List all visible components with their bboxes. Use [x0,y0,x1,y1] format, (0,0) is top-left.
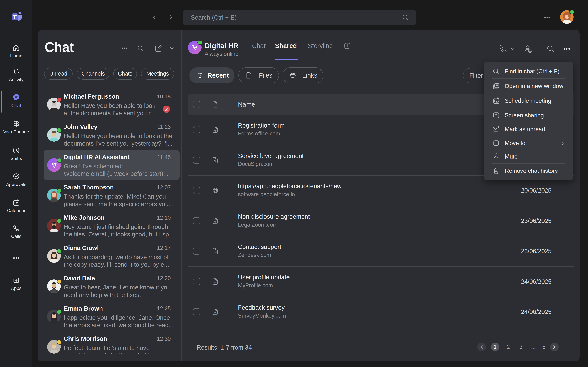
svg-text:W: W [214,160,216,162]
svg-text:PDF: PDF [214,282,217,284]
svg-text:PDF: PDF [214,130,217,132]
svg-text:W: W [214,221,216,223]
svg-text:PDF: PDF [214,251,217,253]
svg-text:W: W [214,312,216,314]
